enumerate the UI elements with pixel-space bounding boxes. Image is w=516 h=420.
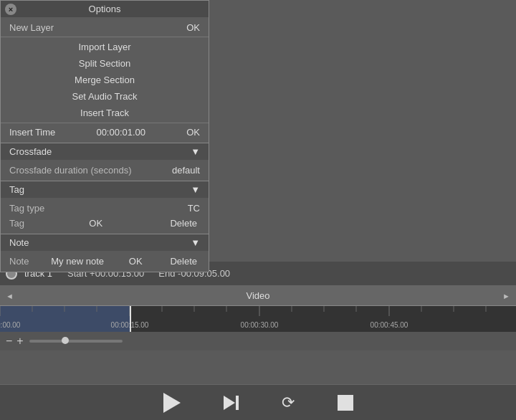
loop-icon: ⟳ [282,395,295,411]
crossfade-duration-row: Crossfade duration (seconds) default [9,163,200,178]
note-field-label: Note [9,256,29,267]
note-delete-button[interactable]: Delete [167,256,200,267]
note-label: Note [9,237,29,248]
skip-triangle-icon [224,396,235,410]
tag-type-value: TC [188,203,200,214]
video-left-arrow-icon[interactable]: ◄ [6,292,14,300]
new-layer-label: New Layer [9,22,54,33]
crossfade-section-header[interactable]: Crossfade ▼ [1,143,209,160]
stop-button[interactable] [338,395,353,411]
video-right-arrow-icon[interactable]: ► [502,292,510,300]
zoom-in-button[interactable]: + [16,335,23,348]
zoom-out-button[interactable]: − [6,335,12,348]
options-header: × Options [1,1,209,17]
insert-time-row: Insert Time 00:00:01.00 OK [1,125,209,140]
zoom-row: − + [0,332,516,350]
insert-track-item[interactable]: Insert Track [1,105,209,121]
note-row: Note My new note OK Delete [9,254,200,269]
play-button[interactable] [163,393,181,413]
import-layer-item[interactable]: Import Layer [1,39,209,55]
video-label-row: ◄ Video ► [0,286,516,306]
tag-type-label: Tag type [9,203,44,214]
insert-time-label: Insert Time [9,127,55,138]
play-icon [163,393,181,413]
new-layer-ok-button[interactable]: OK [186,22,200,33]
crossfade-label: Crossfade [9,146,52,157]
stop-icon [338,395,353,411]
close-icon[interactable]: × [5,4,16,15]
loop-button[interactable]: ⟳ [282,395,295,411]
note-arrow-icon: ▼ [191,237,200,248]
merge-section-item[interactable]: Merge Section [1,72,209,88]
options-panel: × Options New Layer OK Import Layer Spli… [0,0,209,272]
insert-time-ok-button[interactable]: OK [186,127,200,138]
skip-bar-icon [236,396,239,410]
tag-delete-button[interactable]: Delete [167,218,200,229]
ruler-ticks [0,306,516,332]
crossfade-arrow-icon: ▼ [191,146,200,157]
video-label: Video [246,290,269,301]
options-menu: New Layer OK Import Layer Split Section … [1,17,209,143]
split-section-item[interactable]: Split Section [1,55,209,72]
tag-arrow-icon: ▼ [191,184,200,195]
crossfade-duration-label: Crossfade duration (seconds) [9,165,132,176]
tag-content: Tag type TC Tag OK Delete [1,198,209,234]
tag-section-header[interactable]: Tag ▼ [1,181,209,198]
new-layer-row: New Layer OK [1,20,209,35]
zoom-slider[interactable] [29,340,123,343]
timeline-ruler: 00:00:00.00 00:00:15.00 00:00:30.00 00:0… [0,306,516,332]
crossfade-duration-value: default [172,165,200,176]
playhead[interactable] [130,306,131,332]
crossfade-content: Crossfade duration (seconds) default [1,160,209,181]
zoom-thumb[interactable] [62,337,69,344]
tag-type-row: Tag type TC [9,201,200,216]
note-ok-button[interactable]: OK [126,256,145,267]
note-section-header[interactable]: Note ▼ [1,234,209,251]
note-content: Note My new note OK Delete [1,251,209,272]
options-title: Options [89,4,121,14]
insert-time-value: 00:00:01.00 [96,127,145,138]
playback-controls: ⟳ [0,384,516,420]
tag-ok-button[interactable]: OK [86,218,105,229]
tag-action-label: Tag [9,218,24,229]
set-audio-track-item[interactable]: Set Audio Track [1,88,209,105]
skip-end-button[interactable] [224,396,239,410]
tag-action-row: Tag OK Delete [9,216,200,231]
tag-label: Tag [9,184,24,195]
note-value: My new note [51,256,104,267]
